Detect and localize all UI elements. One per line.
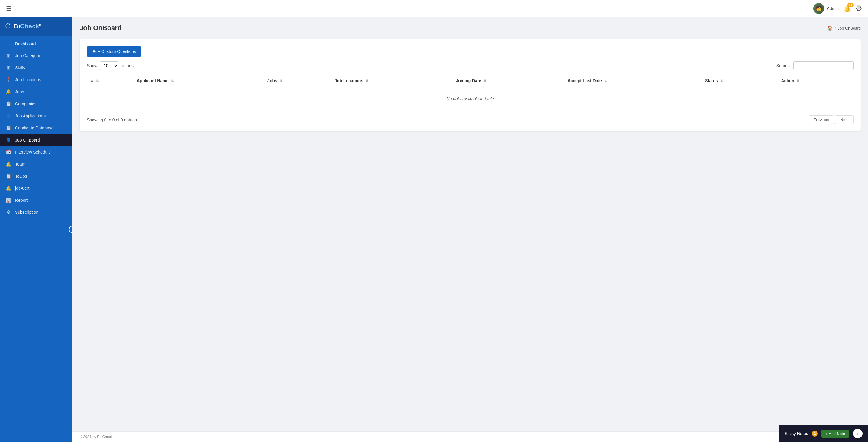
sort-icon-jobs[interactable]: ⇅ — [280, 79, 282, 83]
sidebar-item-jobs[interactable]: 🔔 Jobs — [0, 86, 72, 98]
job-locations-icon: 📍 — [5, 77, 11, 82]
avatar-image: 🧑 — [813, 3, 824, 14]
table-footer: Showing 0 to 0 of 0 entries Previous Nex… — [87, 115, 854, 124]
copyright-text: © 2024 by BioCheck — [80, 435, 113, 439]
col-action-label: Action — [781, 78, 794, 83]
sidebar-item-label: Skills — [15, 65, 25, 70]
custom-questions-label: + Custom Questions — [98, 49, 136, 54]
main-card: ⊕ + Custom Questions Show 10 25 50 100 e… — [80, 39, 861, 131]
next-button[interactable]: Next — [835, 115, 854, 124]
no-data-message: No data available in table — [87, 87, 854, 110]
sort-icon-job-locations[interactable]: ⇅ — [366, 79, 368, 83]
page-title: Job OnBoard — [80, 24, 121, 32]
custom-questions-button[interactable]: ⊕ + Custom Questions — [87, 46, 141, 57]
col-jobs-label: Jobs — [267, 78, 277, 83]
logo-icon: ⏱ — [5, 22, 11, 30]
sort-icon-status[interactable]: ⇅ — [720, 79, 723, 83]
app-body: ⏱ BiCheck° ○ Dashboard ⊞ Job Categories … — [0, 17, 868, 442]
previous-button[interactable]: Previous — [809, 115, 834, 124]
sidebar-item-dashboard[interactable]: ○ Dashboard — [0, 38, 72, 50]
jobalert-icon: 🔔 — [5, 185, 11, 191]
sort-icon-action[interactable]: ⇅ — [797, 79, 799, 83]
sidebar-nav: ○ Dashboard ⊞ Job Categories ⊞ Skills 📍 … — [0, 36, 72, 442]
sidebar-item-companies[interactable]: 📋 Companies — [0, 98, 72, 110]
data-table: # ⇅ Applicant Name ⇅ Jobs ⇅ — [87, 75, 854, 110]
skills-icon: ⊞ — [5, 65, 11, 70]
sort-icon-applicant[interactable]: ⇅ — [171, 79, 174, 83]
sidebar-item-job-categories[interactable]: ⊞ Job Categories — [0, 50, 72, 62]
sort-icon-accept-last-date[interactable]: ⇅ — [604, 79, 607, 83]
sidebar-item-candidate-database[interactable]: 📋 Candidate Database — [0, 122, 72, 134]
showing-entries-text: Showing 0 to 0 of 0 entries — [87, 117, 137, 122]
sidebar-item-skills[interactable]: ⊞ Skills — [0, 62, 72, 74]
sidebar-item-label: Interview Schedule — [15, 150, 51, 155]
sidebar-item-label: Subscription — [15, 210, 38, 215]
col-job-locations-label: Job Locations — [335, 78, 363, 83]
breadcrumb-home-icon[interactable]: 🏠 — [827, 25, 833, 31]
sidebar-item-report[interactable]: 📊 Report — [0, 194, 72, 206]
companies-icon: 📋 — [5, 101, 11, 107]
admin-user-wrap: 🧑 Admin — [813, 3, 839, 14]
table-row-empty: No data available in table — [87, 87, 854, 110]
sidebar-item-label: Job OnBoard — [15, 138, 40, 142]
add-note-button[interactable]: + Add Note — [821, 430, 849, 438]
col-applicant-label: Applicant Name — [137, 78, 169, 83]
job-applications-icon: 👤 — [5, 113, 11, 118]
col-status: Status ⇅ — [701, 75, 777, 87]
notification-bell[interactable]: 🔔 13 — [844, 5, 851, 12]
dashboard-icon: ○ — [5, 41, 11, 46]
bottom-bar: © 2024 by BioCheck — [72, 432, 868, 442]
sort-icon-num[interactable]: ⇅ — [96, 79, 98, 83]
chevron-left-icon: ‹ — [66, 210, 67, 214]
sidebar-item-team[interactable]: 🔔 Team — [0, 158, 72, 170]
sticky-notes-bar: Sticky Notes 1 + Add Note ↑ — [779, 425, 868, 442]
search-wrap: Search: — [776, 61, 854, 70]
todos-icon: 📋 — [5, 173, 11, 179]
job-onboard-icon: 👤 — [5, 137, 11, 143]
col-num-label: # — [91, 78, 93, 83]
sidebar: ⏱ BiCheck° ○ Dashboard ⊞ Job Categories … — [0, 17, 72, 442]
sidebar-item-label: ToDos — [15, 174, 27, 178]
sidebar-item-label: Jobs — [15, 90, 24, 94]
sidebar-item-todos[interactable]: 📋 ToDos — [0, 170, 72, 182]
sidebar-item-label: Candidate Database — [15, 126, 54, 130]
admin-name: Admin — [827, 6, 839, 11]
sidebar-item-interview-schedule[interactable]: 📅 Interview Schedule — [0, 146, 72, 158]
col-num: # ⇅ — [87, 75, 133, 87]
candidate-database-icon: 📋 — [5, 125, 11, 131]
col-status-label: Status — [705, 78, 718, 83]
team-icon: 🔔 — [5, 161, 11, 167]
col-action: Action ⇅ — [777, 75, 854, 87]
header-right: 🧑 Admin 🔔 13 ⏻ — [813, 3, 862, 14]
col-applicant-name: Applicant Name ⇅ — [133, 75, 264, 87]
col-jobs: Jobs ⇅ — [263, 75, 330, 87]
top-header: ☰ 🧑 Admin 🔔 13 ⏻ — [0, 0, 868, 17]
col-accept-last-date-label: Accept Last Date — [567, 78, 602, 83]
power-button[interactable]: ⏻ — [856, 5, 862, 12]
sidebar-item-label: Team — [15, 162, 25, 167]
sidebar-item-job-applications[interactable]: 👤 Job Applications — [0, 110, 72, 122]
sort-icon-joining-date[interactable]: ⇅ — [484, 79, 486, 83]
sidebar-item-label: Dashboard — [15, 41, 36, 46]
sidebar-item-job-locations[interactable]: 📍 Job Locations — [0, 74, 72, 86]
breadcrumb-current: Job OnBoard — [838, 26, 861, 30]
show-entries-wrap: Show 10 25 50 100 entries — [87, 61, 133, 70]
col-accept-last-date: Accept Last Date ⇅ — [563, 75, 701, 87]
search-input[interactable] — [793, 61, 854, 70]
entries-select[interactable]: 10 25 50 100 — [100, 61, 119, 70]
scroll-top-button[interactable]: ↑ — [853, 429, 863, 438]
plus-icon: ⊕ — [92, 49, 96, 54]
hamburger-button[interactable]: ☰ — [6, 5, 11, 12]
sidebar-item-label: jobAlert — [15, 186, 29, 191]
sidebar-item-jobalert[interactable]: 🔔 jobAlert — [0, 182, 72, 194]
notification-badge: 13 — [847, 3, 854, 7]
breadcrumb-separator: / — [835, 26, 836, 30]
sidebar-item-job-onboard[interactable]: 👤 Job OnBoard — [0, 134, 72, 146]
interview-schedule-icon: 📅 — [5, 149, 11, 155]
sidebar-item-subscription[interactable]: ⚙ Subscription ‹ — [0, 206, 72, 218]
sidebar-item-label: Job Applications — [15, 113, 45, 118]
main-content: Job OnBoard 🏠 / Job OnBoard ⊕ + Custom Q… — [72, 17, 868, 432]
table-header-row: # ⇅ Applicant Name ⇅ Jobs ⇅ — [87, 75, 854, 87]
job-categories-icon: ⊞ — [5, 53, 11, 59]
sidebar-item-label: Report — [15, 198, 28, 203]
